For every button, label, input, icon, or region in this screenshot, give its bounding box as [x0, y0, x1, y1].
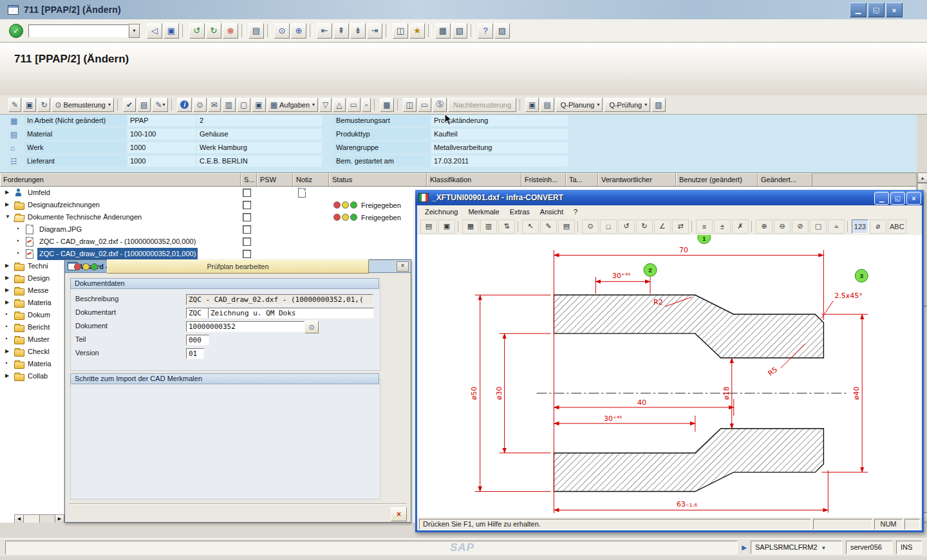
zoom-region-icon[interactable]: ▢ [810, 219, 827, 234]
expander-icon[interactable] [17, 226, 20, 236]
new-session-icon[interactable]: ◫ [393, 23, 408, 39]
zoom-window-icon[interactable]: □ [600, 219, 617, 234]
separator[interactable] [117, 99, 120, 111]
separator[interactable] [397, 99, 400, 111]
separator[interactable] [751, 221, 753, 232]
restore-button[interactable]: ◱ [868, 3, 885, 17]
row-checkbox[interactable] [243, 201, 251, 209]
nachbemusterung-button[interactable]: Nachbemusterung [448, 98, 516, 112]
separator[interactable] [267, 24, 271, 37]
q-planung-button[interactable]: Q-Planung▾ [556, 98, 603, 112]
separator[interactable] [471, 24, 474, 37]
pan-icon[interactable]: ≈ [828, 219, 845, 234]
next-page-icon[interactable]: ⇟ [350, 23, 366, 39]
rotate-left-icon[interactable]: ↺ [618, 219, 635, 234]
help-icon[interactable]: ? [478, 23, 493, 39]
info-icon[interactable]: i [177, 98, 192, 112]
status-overview-icon[interactable]: Ⓢ [433, 98, 447, 112]
separator[interactable] [171, 99, 174, 111]
zoom-in-icon[interactable]: ⊕ [756, 219, 772, 234]
preview-icon[interactable]: ⊙ [193, 98, 206, 112]
zoom-100-icon[interactable]: ⊙ [582, 219, 599, 234]
cad-maximize-button[interactable]: ◱ [890, 192, 905, 205]
column-header[interactable]: Benutzer (geändert) [676, 173, 758, 186]
save-icon[interactable]: ▣ [164, 23, 179, 39]
separator[interactable] [691, 221, 693, 232]
program-field[interactable]: SAPLSRMCLFRM2▼ [751, 541, 842, 554]
column-header[interactable]: Verantwortlicher [598, 173, 676, 186]
sort-icon[interactable]: △ [333, 98, 345, 112]
expander-icon[interactable] [5, 201, 9, 207]
first-page-icon[interactable]: ⇤ [317, 23, 332, 39]
refresh-icon[interactable]: ↻ [37, 98, 50, 112]
enter-icon[interactable]: ✓ [9, 24, 23, 38]
bemusterung-button[interactable]: ⊙Bemusterung▾ [52, 98, 114, 112]
folder-icon[interactable]: ▭ [347, 98, 360, 112]
session-icon[interactable]: ◫ [403, 98, 417, 112]
expander-icon[interactable] [5, 214, 10, 219]
numbers-icon[interactable]: 123 [852, 219, 868, 234]
column-header[interactable]: Ta... [566, 173, 598, 186]
grid-icon[interactable]: ▦ [435, 23, 451, 39]
redo-icon[interactable]: ↻ [206, 23, 221, 39]
properties-icon[interactable]: ▤ [558, 219, 575, 234]
value-help-button[interactable]: ⊙ [304, 321, 319, 333]
column-header[interactable]: Fristeinh... [521, 173, 566, 186]
expander-icon[interactable] [5, 299, 9, 305]
column-header[interactable]: PSW [257, 173, 293, 186]
scroll-left-icon[interactable]: ◀ [15, 515, 24, 523]
flip-icon[interactable]: ⇄ [672, 219, 689, 234]
zoom-out-icon[interactable]: ⊖ [774, 219, 791, 234]
expander-icon[interactable] [17, 238, 20, 248]
cancel-icon[interactable]: ⊗ [223, 23, 238, 39]
row-checkbox[interactable] [243, 238, 251, 246]
filter-icon[interactable]: ▽ [319, 98, 332, 112]
services-icon[interactable]: ▢ [237, 98, 250, 112]
row-checkbox[interactable] [243, 189, 251, 197]
wizard-step-button[interactable]: Prüfplan bearbeiten [107, 259, 369, 274]
fax-icon[interactable]: ▥ [222, 98, 236, 112]
cad-menu-item[interactable]: Merkmale [463, 207, 504, 216]
scroll-right-icon[interactable]: ▶ [55, 515, 64, 523]
close-button[interactable]: × [886, 3, 903, 17]
find-next-icon[interactable]: ⊕ [291, 23, 306, 39]
expander-icon[interactable] [17, 250, 20, 261]
layers-icon[interactable]: ≡ [696, 219, 713, 234]
delete-icon[interactable]: ✗ [732, 219, 749, 234]
separator[interactable] [847, 221, 849, 232]
diameter-icon[interactable]: ⌀ [870, 219, 886, 234]
rotate-right-icon[interactable]: ↻ [636, 219, 653, 234]
expander-icon[interactable] [5, 360, 8, 371]
dokumentart-field[interactable]: ZQC [186, 308, 209, 319]
system-menu-icon[interactable] [8, 5, 19, 15]
status-expand-icon[interactable]: ▶ [742, 544, 747, 551]
dokumentart-text-field[interactable]: Zeichnung u. QM Doks [208, 308, 374, 319]
undo-icon[interactable]: ↺ [189, 23, 205, 39]
row-checkbox[interactable] [243, 250, 251, 258]
note-icon[interactable] [298, 188, 306, 198]
cad-minimize-button[interactable]: ▁ [874, 192, 889, 205]
minimize-button[interactable]: ▁ [850, 3, 866, 17]
prev-page-icon[interactable]: ⇞ [333, 23, 349, 39]
column-header[interactable]: Geändert... [758, 173, 812, 186]
expander-icon[interactable] [5, 189, 9, 195]
separator[interactable] [386, 24, 389, 37]
cad-drawing-area[interactable]: 70 30⁺⁴⁵ 2.5x45° ø50 ø30 40 30⁺⁴⁵ ø18 R2… [417, 235, 922, 518]
separator[interactable] [374, 99, 377, 111]
separator[interactable] [310, 24, 314, 37]
expander-icon[interactable] [5, 373, 9, 378]
row-checkbox[interactable] [243, 225, 251, 234]
sort-icon[interactable]: ⇅ [498, 219, 515, 234]
last-page-icon[interactable]: ⇥ [367, 23, 382, 39]
close-wizard-button[interactable]: × [391, 507, 407, 521]
open-icon[interactable]: ▤ [420, 219, 437, 234]
monitor-icon[interactable]: ▣ [252, 98, 265, 112]
print-icon[interactable]: ▤ [137, 98, 151, 112]
column-header[interactable]: Forderungen [0, 173, 241, 186]
separator[interactable] [518, 221, 520, 232]
expander-icon[interactable] [5, 287, 9, 293]
save-icon[interactable]: ▣ [23, 98, 36, 112]
separator[interactable] [428, 24, 432, 37]
separator[interactable] [520, 99, 522, 111]
back-icon[interactable]: ◁ [147, 23, 162, 39]
